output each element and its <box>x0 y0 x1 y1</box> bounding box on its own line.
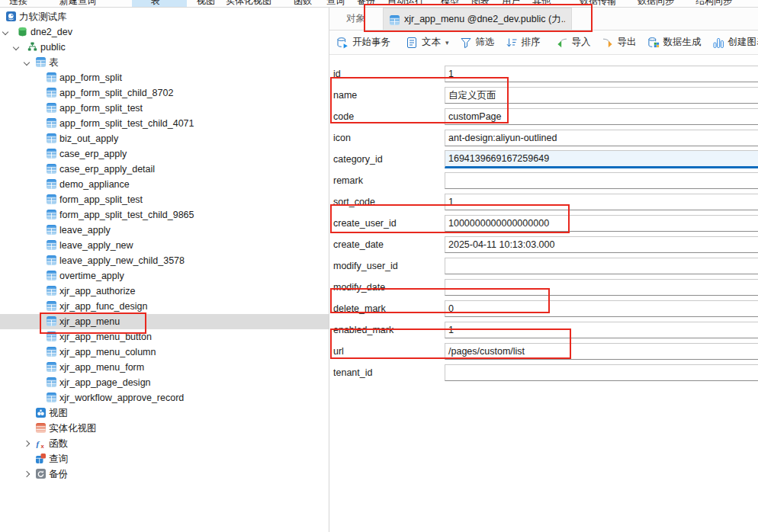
main-toolbar-item-1[interactable]: 连接 <box>9 0 27 8</box>
field-input-name[interactable]: 自定义页面 <box>445 87 758 104</box>
tab-xjr-app-menu[interactable]: xjr_app_menu @dne2_dev.public (力... <box>383 8 572 30</box>
field-input-url[interactable]: /pages/custom/list <box>445 343 758 360</box>
chevron-down-icon[interactable] <box>13 44 19 50</box>
tree-item-leave_apply_new[interactable]: leave_apply_new <box>0 238 329 253</box>
field-input-id[interactable]: 1 <box>445 66 758 82</box>
tree-item-form_app_split_test_child_9865[interactable]: form_app_split_test_child_9865 <box>0 207 329 223</box>
tree-item-label: 实体化视图 <box>49 421 97 436</box>
main-toolbar-item-11[interactable]: 图表 <box>471 0 490 8</box>
main-toolbar-item-8[interactable]: 备份 <box>357 0 375 8</box>
text-view-button[interactable]: 文本▾ <box>400 33 454 53</box>
chevron-down-icon[interactable]: ▾ <box>445 39 449 46</box>
tree-item-leave_apply_new_child_3578[interactable]: leave_apply_new_child_3578 <box>0 253 329 268</box>
field-input-remark[interactable] <box>445 172 758 189</box>
create-chart-icon <box>712 37 724 49</box>
import-button[interactable]: 导入 <box>551 33 596 53</box>
main-toolbar-item-7[interactable]: 查询 <box>326 0 345 8</box>
tree-item-demo_appliance[interactable]: demo_appliance <box>0 177 329 192</box>
tree-item-xjr_app_menu_form[interactable]: xjr_app_menu_form <box>0 360 329 375</box>
tree-item-case_erp_apply[interactable]: case_erp_apply <box>0 146 329 162</box>
tab-bar: 对象 xjr_app_menu @dne2_dev.public (力... <box>329 8 758 30</box>
record-toolbar: 开始事务文本▾筛选排序导入导出数据生成创建图表 <box>329 30 758 55</box>
postgres-icon <box>6 11 16 21</box>
tree-item-form_app_split_test[interactable]: form_app_split_test <box>0 192 329 207</box>
main-toolbar-item-15[interactable]: 数据同步 <box>638 0 674 8</box>
tree-item-xjr_app_page_design[interactable]: xjr_app_page_design <box>0 375 329 390</box>
field-input-modify_date[interactable] <box>445 279 758 296</box>
chevron-right-icon[interactable] <box>24 471 30 477</box>
chevron-down-icon[interactable] <box>24 59 30 66</box>
field-input-code[interactable]: customPage <box>445 108 758 125</box>
main-toolbar-item-9[interactable]: 自动运行 <box>387 0 424 8</box>
field-input-modify_user_id[interactable] <box>445 258 758 274</box>
tree-item-xjr_workflow_approve_record[interactable]: xjr_workflow_approve_record <box>0 390 329 405</box>
field-input-enabled_mark[interactable]: 1 <box>445 322 758 338</box>
tree-item-label: form_app_split_test_child_9865 <box>59 207 194 223</box>
begin-transaction-button[interactable]: 开始事务 <box>331 33 396 53</box>
tab-objects[interactable]: 对象 <box>336 8 376 30</box>
chevron-down-icon[interactable] <box>2 29 8 35</box>
filter-button[interactable]: 筛选 <box>454 33 500 53</box>
field-input-icon[interactable]: ant-design:aliyun-outlined <box>445 130 758 146</box>
record-form: id1name自定义页面codecustomPageiconant-design… <box>329 55 758 532</box>
main-toolbar-item-6[interactable]: 函数 <box>294 0 312 8</box>
tree-item-app_form_split_child_8702[interactable]: app_form_split_child_8702 <box>0 85 329 101</box>
tree-item-overtime_apply[interactable]: overtime_apply <box>0 268 329 284</box>
main-toolbar-item-13[interactable]: 其他 <box>532 0 551 8</box>
main-toolbar-item-2[interactable]: 新建查询 <box>59 0 96 8</box>
tree-item-xjr_app_func_design[interactable]: xjr_app_func_design <box>0 299 329 314</box>
tree-item-app_form_split_test[interactable]: app_form_split_test <box>0 101 329 116</box>
tree-item-xjr_app_menu_button[interactable]: xjr_app_menu_button <box>0 329 329 345</box>
main-toolbar-cutoff: 连接新建查询表视图实体化视图函数查询备份自动运行模型图表用户其他数据传输数据同步… <box>0 0 758 8</box>
field-input-sort_code[interactable]: 1 <box>445 194 758 210</box>
main-toolbar-item-12[interactable]: 用户 <box>502 0 520 8</box>
tree-item-xjr_app_menu_column[interactable]: xjr_app_menu_column <box>0 345 329 360</box>
tree-item-app_form_split[interactable]: app_form_split <box>0 70 329 85</box>
export-button[interactable]: 导出 <box>596 33 642 53</box>
toolbar-button-label: 文本 <box>422 36 441 49</box>
field-row-create_user_id: create_user_id1000000000000000000 <box>333 213 758 234</box>
tree-item-函数[interactable]: fx函数 <box>0 436 329 451</box>
tree-item-xjr_app_authorize[interactable]: xjr_app_authorize <box>0 284 329 299</box>
tree-item-备份[interactable]: 备份 <box>0 466 329 482</box>
main-toolbar-item-5[interactable]: 实体化视图 <box>226 0 271 8</box>
tree-item-leave_apply[interactable]: leave_apply <box>0 223 329 238</box>
tree-item-力软测试库[interactable]: 力软测试库 <box>0 9 329 24</box>
main-toolbar-item-4[interactable]: 视图 <box>197 0 215 8</box>
tree-item-xjr_app_menu[interactable]: xjr_app_menu <box>0 314 329 329</box>
main-toolbar-item-14[interactable]: 数据传输 <box>580 0 616 8</box>
svg-text:f: f <box>37 439 40 448</box>
field-input-category_id[interactable]: 1694139669167259649 <box>445 150 758 168</box>
field-row-category_id: category_id1694139669167259649 <box>333 149 758 170</box>
tree-item-label: 函数 <box>49 436 68 451</box>
data-generation-button[interactable]: 数据生成 <box>642 33 707 53</box>
object-tree-panel[interactable]: 力软测试库dne2_devpublic表app_form_splitapp_fo… <box>0 8 329 532</box>
tree-item-biz_out_apply[interactable]: biz_out_apply <box>0 131 329 146</box>
chevron-right-icon[interactable] <box>24 441 30 447</box>
field-input-create_date[interactable]: 2025-04-11 10:13:03.000 <box>445 236 758 253</box>
tree-item-实体化视图[interactable]: 实体化视图 <box>0 421 329 436</box>
tree-item-视图[interactable]: 视图 <box>0 405 329 421</box>
field-label-sort_code: sort_code <box>333 191 442 213</box>
table-icon <box>47 362 56 372</box>
table-icon <box>47 255 56 265</box>
sort-button[interactable]: 排序 <box>500 33 546 53</box>
tree-item-app_form_split_test_child_4071[interactable]: app_form_split_test_child_4071 <box>0 116 329 131</box>
tree-item-label: xjr_app_menu <box>59 314 120 329</box>
tree-item-表[interactable]: 表 <box>0 55 329 70</box>
field-input-delete_mark[interactable]: 0 <box>445 300 758 317</box>
tree-item-查询[interactable]: 查询 <box>0 451 329 466</box>
field-input-tenant_id[interactable] <box>445 364 758 381</box>
tree-item-label: xjr_workflow_approve_record <box>59 390 184 405</box>
tree-item-public[interactable]: public <box>0 40 329 55</box>
tree-item-label: app_form_split_test <box>59 101 143 116</box>
main-toolbar-item-16[interactable]: 结构同步 <box>695 0 732 8</box>
tree-item-case_erp_apply_detail[interactable]: case_erp_apply_detail <box>0 162 329 177</box>
tree-item-dne2_dev[interactable]: dne2_dev <box>0 24 329 40</box>
create-chart-button[interactable]: 创建图表 <box>707 33 758 53</box>
main-toolbar-item-10[interactable]: 模型 <box>441 0 459 8</box>
field-input-create_user_id[interactable]: 1000000000000000000 <box>445 215 758 232</box>
main-toolbar-item-3[interactable]: 表 <box>151 0 160 8</box>
tree-item-label: app_form_split <box>59 70 122 85</box>
table-icon <box>47 377 56 387</box>
